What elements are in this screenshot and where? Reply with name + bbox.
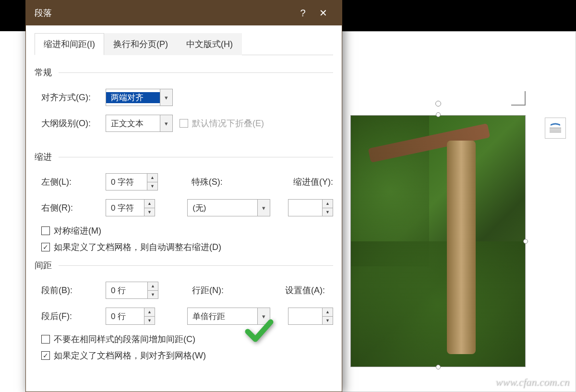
snap-to-grid-checkbox[interactable]: ✓ 如果定义了文档网格，则对齐到网格(W) — [41, 350, 206, 361]
line-spacing-combo[interactable]: 单倍行距 ▾ — [187, 308, 270, 325]
spinner-up-icon[interactable]: ▲ — [144, 308, 155, 317]
tab-indent-spacing[interactable]: 缩进和间距(I) — [35, 33, 104, 55]
dialog-titlebar[interactable]: 段落 ? ✕ — [26, 0, 342, 25]
no-space-same-style-label: 不要在相同样式的段落间增加间距(C) — [54, 333, 195, 345]
selection-handle-top[interactable] — [436, 112, 441, 117]
paragraph-dialog: 段落 ? ✕ 缩进和间距(I) 换行和分页(P) 中文版式(H) 常规 对齐方式… — [25, 0, 342, 392]
indent-special-value: (无) — [188, 202, 257, 214]
indent-left-spinner[interactable]: 0 字符 ▲▼ — [106, 173, 158, 190]
indent-special-combo[interactable]: (无) ▾ — [187, 199, 270, 216]
outline-level-combo[interactable]: 正文文本 ▾ — [106, 115, 173, 132]
spinner-down-icon[interactable]: ▼ — [148, 291, 158, 299]
spacing-at-spinner[interactable]: ▲▼ — [288, 308, 333, 325]
spinner-up-icon[interactable]: ▲ — [144, 200, 155, 208]
chevron-down-icon: ▾ — [160, 89, 172, 106]
layout-options-icon — [549, 123, 562, 133]
selection-handle-right[interactable] — [523, 239, 528, 244]
spinner-down-icon[interactable]: ▼ — [144, 208, 155, 216]
mirror-indent-checkbox[interactable]: 对称缩进(M) — [41, 225, 101, 237]
line-spacing-label: 行距(N): — [192, 285, 278, 296]
auto-adjust-label: 如果定义了文档网格，则自动调整右缩进(D) — [54, 241, 221, 253]
picture-content — [351, 116, 525, 367]
spinner-down-icon[interactable]: ▼ — [323, 317, 333, 325]
line-spacing-value: 单倍行距 — [188, 311, 257, 322]
space-before-value: 0 行 — [106, 285, 147, 296]
page-crop-mark — [511, 91, 526, 106]
alignment-value: 两端对齐 — [106, 92, 160, 103]
selection-handle-bottom[interactable] — [436, 365, 441, 369]
spinner-up-icon[interactable]: ▲ — [147, 174, 157, 182]
space-after-label: 段后(F): — [41, 310, 99, 322]
indent-right-value: 0 字符 — [106, 202, 144, 214]
space-before-label: 段前(B): — [41, 285, 99, 296]
collapse-checkbox: 默认情况下折叠(E) — [180, 118, 264, 129]
spinner-down-icon[interactable]: ▼ — [147, 182, 157, 190]
indent-right-spinner[interactable]: 0 字符 ▲▼ — [106, 199, 155, 216]
help-button[interactable]: ? — [293, 8, 313, 19]
dialog-title: 段落 — [35, 7, 52, 19]
collapse-label: 默认情况下折叠(E) — [192, 118, 264, 129]
inserted-picture[interactable] — [350, 115, 526, 367]
tab-line-page-breaks[interactable]: 换行和分页(P) — [104, 33, 177, 55]
outline-level-label: 大纲级别(O): — [41, 118, 99, 129]
mirror-indent-label: 对称缩进(M) — [54, 225, 101, 237]
spinner-down-icon[interactable]: ▼ — [144, 317, 155, 325]
close-button[interactable]: ✕ — [313, 7, 333, 19]
alignment-label: 对齐方式(G): — [41, 92, 99, 103]
checkbox-icon — [180, 119, 188, 128]
group-spacing-label: 间距 — [35, 260, 333, 271]
chevron-down-icon: ▾ — [160, 115, 172, 131]
space-before-spinner[interactable]: 0 行 ▲▼ — [106, 282, 158, 299]
space-after-value: 0 行 — [106, 311, 144, 322]
checkbox-checked-icon: ✓ — [41, 351, 50, 360]
checkbox-checked-icon: ✓ — [41, 243, 50, 251]
spinner-up-icon[interactable]: ▲ — [148, 282, 158, 291]
watermark-text: www.cfan.com.cn — [495, 376, 569, 388]
space-after-spinner[interactable]: 0 行 ▲▼ — [106, 308, 155, 325]
indent-by-label: 缩进值(Y): — [293, 176, 333, 188]
checkbox-icon — [41, 226, 50, 235]
outline-level-value: 正文文本 — [106, 118, 160, 129]
dialog-tabs: 缩进和间距(I) 换行和分页(P) 中文版式(H) — [35, 33, 333, 55]
tab-asian-typography[interactable]: 中文版式(H) — [177, 33, 242, 55]
rotation-handle[interactable] — [435, 101, 441, 107]
no-space-same-style-checkbox[interactable]: 不要在相同样式的段落间增加间距(C) — [41, 333, 195, 345]
spinner-up-icon[interactable]: ▲ — [323, 200, 333, 208]
indent-special-label: 特殊(S): — [192, 176, 287, 188]
group-indent-label: 缩进 — [35, 151, 333, 163]
indent-by-spinner[interactable]: ▲▼ — [288, 199, 333, 216]
indent-left-value: 0 字符 — [106, 177, 147, 188]
indent-right-label: 右侧(R): — [41, 202, 99, 214]
alignment-combo[interactable]: 两端对齐 ▾ — [106, 89, 173, 106]
snap-to-grid-label: 如果定义了文档网格，则对齐到网格(W) — [54, 350, 206, 361]
chevron-down-icon: ▾ — [257, 308, 270, 324]
spinner-up-icon[interactable]: ▲ — [323, 308, 333, 317]
indent-left-label: 左侧(L): — [41, 176, 99, 188]
auto-adjust-checkbox[interactable]: ✓ 如果定义了文档网格，则自动调整右缩进(D) — [41, 241, 221, 253]
spinner-down-icon[interactable]: ▼ — [323, 208, 333, 216]
group-general-label: 常规 — [35, 67, 333, 78]
spacing-at-label: 设置值(A): — [285, 285, 325, 296]
checkbox-icon — [41, 335, 50, 344]
layout-options-button[interactable] — [545, 118, 566, 139]
chevron-down-icon: ▾ — [257, 200, 270, 216]
